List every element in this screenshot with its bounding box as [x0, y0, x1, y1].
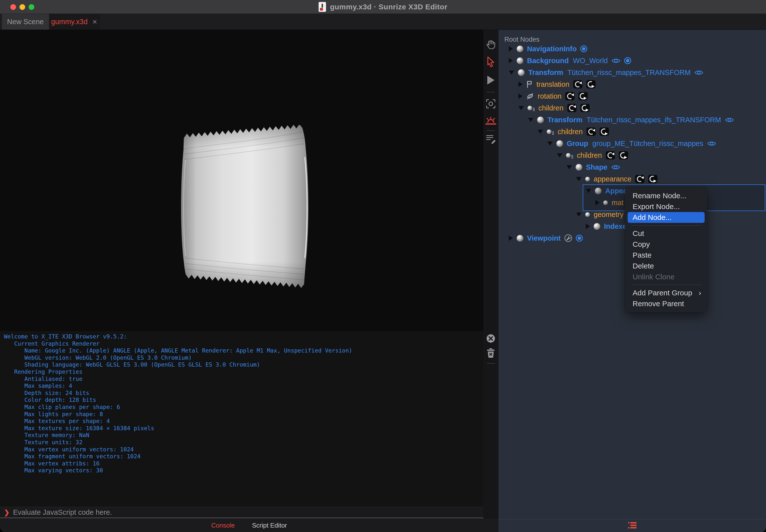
expander-arrow-icon[interactable]	[519, 93, 523, 99]
menu-item-label: Copy	[633, 240, 650, 248]
expander-arrow-icon[interactable]	[509, 46, 513, 52]
title-group: gummy.x3d · Sunrize X3D Editor	[318, 0, 448, 14]
route-in-badge-icon[interactable]	[567, 104, 577, 112]
menu-item-label: Paste	[633, 251, 652, 259]
outline-field-row[interactable]: rotation	[499, 90, 766, 102]
traffic-lights	[10, 4, 34, 10]
context-menu: Rename Node...Export Node...Add Node...C…	[625, 187, 707, 312]
expander-arrow-icon[interactable]	[519, 82, 523, 87]
select-arrow-icon[interactable]	[483, 56, 498, 68]
outline-field-row[interactable]: children	[499, 126, 766, 138]
node-sphere-icon	[517, 46, 523, 52]
expander-arrow-icon[interactable]	[595, 200, 600, 205]
expander-arrow-icon[interactable]	[586, 224, 590, 229]
tab-close-icon[interactable]: ×	[92, 18, 97, 26]
viewport-3d[interactable]	[0, 30, 483, 331]
route-out-badge-icon[interactable]	[648, 175, 658, 183]
expander-arrow-icon[interactable]	[509, 58, 513, 63]
outline-field-row[interactable]: children	[499, 149, 766, 161]
expander-arrow-icon[interactable]	[509, 71, 514, 75]
wrench-badge-icon[interactable]	[564, 234, 572, 242]
menu-item-export-node[interactable]: Export Node...	[625, 201, 707, 212]
expander-arrow-icon[interactable]	[538, 130, 543, 134]
field-sphere-icon	[603, 200, 608, 205]
expander-arrow-icon[interactable]	[557, 153, 562, 158]
menu-item-delete[interactable]: Delete	[625, 261, 707, 271]
outline-field-row[interactable]: translation	[499, 78, 766, 90]
eye-badge-icon[interactable]	[611, 164, 620, 170]
titlebar: gummy.x3d · Sunrize X3D Editor	[0, 0, 766, 14]
expander-arrow-icon[interactable]	[528, 118, 534, 122]
route-in-badge-icon[interactable]	[635, 175, 644, 183]
minimize-button[interactable]	[19, 4, 25, 10]
eye-badge-icon[interactable]	[694, 70, 703, 76]
eye-badge-icon[interactable]	[707, 141, 716, 147]
clear-console-icon[interactable]	[483, 333, 498, 344]
tab-script-editor[interactable]: Script Editor	[252, 522, 287, 529]
route-in-badge-icon[interactable]	[573, 80, 583, 89]
menu-item-cut[interactable]: Cut	[625, 228, 707, 239]
expander-arrow-icon[interactable]	[509, 235, 513, 241]
document-icon	[318, 2, 326, 12]
sunrise-light-icon[interactable]	[483, 115, 498, 126]
zoom-button[interactable]	[29, 4, 34, 10]
outline-field-row[interactable]: appearance	[499, 173, 766, 185]
menu-item-copy[interactable]: Copy	[625, 239, 707, 250]
play-icon[interactable]	[483, 74, 498, 86]
eye-badge-icon[interactable]	[725, 117, 734, 123]
outline-node-row[interactable]: TransformTütchen_rissc_mappes_ifs_TRANSF…	[499, 114, 766, 126]
route-out-badge-icon[interactable]	[578, 92, 588, 100]
expander-arrow-icon[interactable]	[547, 142, 553, 146]
field-name-label: geometry	[594, 211, 624, 219]
route-in-badge-icon[interactable]	[587, 127, 596, 136]
menu-item-add-node[interactable]: Add Node...	[628, 212, 705, 223]
outline-node-row[interactable]: BackgroundWO_World	[499, 55, 766, 67]
bound-badge-icon[interactable]	[576, 235, 583, 242]
pan-hand-icon[interactable]	[483, 39, 498, 51]
route-in-badge-icon[interactable]	[565, 92, 575, 100]
route-out-badge-icon[interactable]	[580, 104, 590, 112]
route-out-badge-icon[interactable]	[586, 80, 596, 89]
console-line: Color depth: 128 bits	[4, 396, 483, 404]
menu-item-rename-node[interactable]: Rename Node...	[625, 190, 707, 201]
console-input[interactable]: ❯ Evaluate JavaScript code here.	[0, 507, 483, 518]
menu-item-remove-parent[interactable]: Remove Parent	[625, 298, 707, 309]
node-type-label: Indexe	[604, 222, 627, 231]
console-line: Max fragment uniform vectors: 1024	[4, 453, 483, 460]
console-line: Shading language: WebGL GLSL ES 3.00 (Op…	[4, 361, 483, 368]
console-log[interactable]: Welcome to X_ITE X3D Browser v9.5.2: Cur…	[0, 331, 483, 507]
submenu-chevron-icon: ›	[699, 289, 701, 297]
route-out-badge-icon[interactable]	[619, 151, 628, 160]
close-button[interactable]	[10, 4, 16, 10]
tab-console[interactable]: Console	[211, 522, 234, 529]
outline-list-icon[interactable]	[628, 522, 637, 530]
menu-item-paste[interactable]: Paste	[625, 250, 707, 261]
console-line: Max vertex attribs: 16	[4, 460, 483, 467]
outline-field-row[interactable]: children	[499, 102, 766, 114]
outline-node-row[interactable]: Groupgroup_ME_Tütchen_rissc_mappes	[499, 138, 766, 149]
expander-arrow-icon[interactable]	[576, 177, 582, 181]
expander-arrow-icon[interactable]	[576, 213, 582, 217]
toolbar-divider	[487, 92, 495, 92]
route-out-badge-icon[interactable]	[600, 127, 609, 136]
tab-new-scene[interactable]: New Scene	[1, 14, 49, 30]
children-field-icon	[566, 152, 573, 159]
delete-messages-icon[interactable]	[483, 347, 498, 359]
bound-badge-icon[interactable]	[580, 45, 587, 52]
outline-node-row[interactable]: Shape	[499, 161, 766, 173]
bound-badge-icon[interactable]	[624, 57, 631, 64]
node-name-label: WO_World	[573, 57, 608, 65]
outline-node-row[interactable]: NavigationInfo	[499, 43, 766, 55]
expander-arrow-icon[interactable]	[567, 165, 572, 169]
script-edit-icon[interactable]	[483, 133, 498, 145]
outline-node-row[interactable]: TransformTütchen_rissc_mappes_TRANSFORM	[499, 67, 766, 78]
console-line: Name: Google Inc. (Apple) ANGLE (Apple, …	[4, 347, 483, 354]
expander-arrow-icon[interactable]	[586, 189, 591, 193]
snapshot-center-icon[interactable]	[483, 98, 498, 110]
tab-gummy-x3d[interactable]: gummy.x3d ×	[49, 14, 99, 30]
menu-item-add-parent-group[interactable]: Add Parent Group›	[625, 287, 707, 298]
route-in-badge-icon[interactable]	[606, 151, 615, 160]
field-sphere-icon	[585, 177, 590, 181]
expander-arrow-icon[interactable]	[519, 106, 524, 110]
eye-badge-icon[interactable]	[611, 58, 621, 64]
